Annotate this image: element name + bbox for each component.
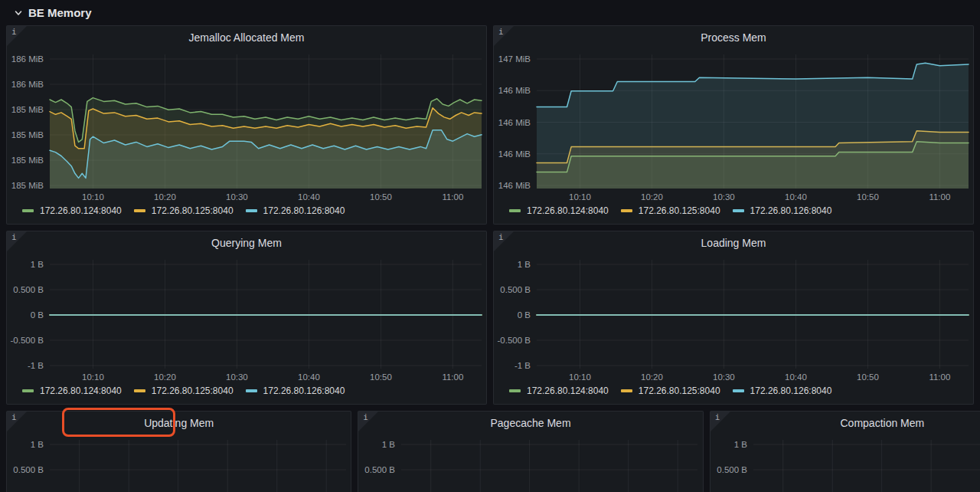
- svg-text:10:50: 10:50: [370, 372, 392, 382]
- legend-item-172.26.80.125:8040[interactable]: 172.26.80.125:8040: [621, 385, 720, 396]
- svg-text:0.500 B: 0.500 B: [500, 285, 531, 294]
- svg-text:10:30: 10:30: [226, 372, 248, 382]
- section-row-header[interactable]: BE Memory: [6, 0, 974, 25]
- info-glyph: i: [715, 412, 720, 422]
- legend-label: 172.26.80.125:8040: [152, 205, 234, 216]
- legend-swatch-yellow: [134, 209, 145, 212]
- legend-item-172.26.80.125:8040[interactable]: 172.26.80.125:8040: [134, 385, 234, 396]
- svg-text:147 MiB: 147 MiB: [498, 54, 531, 64]
- svg-text:10:40: 10:40: [298, 372, 320, 382]
- legend-querying-mem: 172.26.80.124:8040172.26.80.125:8040172.…: [7, 384, 486, 404]
- chart-querying-mem[interactable]: 1 B0.500 B0 B-0.500 B-1 B10:1010:2010:30…: [7, 252, 486, 384]
- info-glyph: i: [363, 412, 368, 422]
- info-glyph: i: [498, 232, 504, 242]
- svg-text:146 MiB: 146 MiB: [498, 181, 531, 190]
- panel-info-icon[interactable]: i: [7, 412, 27, 431]
- legend-swatch-green: [509, 209, 521, 212]
- legend-label: 172.26.80.126:8040: [263, 205, 345, 216]
- svg-text:10:20: 10:20: [641, 372, 663, 382]
- info-glyph: i: [11, 27, 17, 37]
- panel-title-loading-mem[interactable]: Loading Mem: [494, 231, 973, 252]
- svg-text:0 B: 0 B: [31, 310, 44, 320]
- panel-title-querying-mem[interactable]: Querying Mem: [7, 231, 486, 252]
- panel-info-icon[interactable]: i: [7, 231, 27, 251]
- panel-title-pagecache-mem[interactable]: Pagecache Mem: [358, 412, 702, 432]
- panel-info-icon[interactable]: i: [494, 231, 514, 251]
- svg-text:185 MiB: 185 MiB: [11, 181, 44, 190]
- svg-text:10:30: 10:30: [713, 372, 735, 382]
- legend-jemalloc-allocated-mem: 172.26.80.124:8040172.26.80.125:8040172.…: [7, 204, 486, 224]
- svg-text:10:50: 10:50: [370, 192, 392, 202]
- legend-swatch-green: [22, 209, 34, 212]
- svg-text:10:10: 10:10: [82, 192, 104, 202]
- info-glyph: i: [11, 232, 17, 242]
- chart-area-jemalloc-allocated-mem: 186 MiB186 MiB185 MiB185 MiB185 MiB185 M…: [7, 47, 486, 204]
- svg-text:-0.500 B: -0.500 B: [11, 336, 44, 345]
- legend-item-172.26.80.125:8040[interactable]: 172.26.80.125:8040: [621, 205, 720, 216]
- svg-text:1 B: 1 B: [31, 260, 44, 269]
- svg-text:185 MiB: 185 MiB: [11, 105, 44, 114]
- legend-loading-mem: 172.26.80.124:8040172.26.80.125:8040172.…: [494, 384, 973, 404]
- svg-text:0.500 B: 0.500 B: [717, 465, 747, 474]
- panel-info-icon[interactable]: i: [358, 412, 378, 431]
- row-1: iJemalloc Allocated Mem186 MiB186 MiB185…: [6, 25, 974, 225]
- svg-text:1 B: 1 B: [31, 440, 44, 449]
- svg-text:0.500 B: 0.500 B: [365, 465, 396, 474]
- legend-item-172.26.80.126:8040[interactable]: 172.26.80.126:8040: [733, 385, 832, 396]
- chart-area-process-mem: 147 MiB146 MiB146 MiB146 MiB146 MiB10:10…: [494, 47, 973, 204]
- chart-jemalloc-allocated-mem[interactable]: 186 MiB186 MiB185 MiB185 MiB185 MiB185 M…: [7, 47, 486, 204]
- panel-loading-mem: iLoading Mem1 B0.500 B0 B-0.500 B-1 B10:…: [493, 231, 974, 405]
- svg-text:146 MiB: 146 MiB: [498, 118, 531, 127]
- chevron-down-icon: [14, 8, 23, 18]
- svg-text:10:50: 10:50: [857, 372, 879, 382]
- legend-item-172.26.80.124:8040[interactable]: 172.26.80.124:8040: [22, 385, 122, 396]
- panel-title-process-mem[interactable]: Process Mem: [494, 26, 973, 47]
- legend-item-172.26.80.125:8040[interactable]: 172.26.80.125:8040: [134, 205, 234, 216]
- chart-area-loading-mem: 1 B0.500 B0 B-0.500 B-1 B10:1010:2010:30…: [494, 252, 973, 384]
- chart-pagecache-mem[interactable]: 1 B0.500 B0 B-0.500 B-1 B10:1010:2010:30…: [358, 432, 702, 492]
- panel-title-updating-mem[interactable]: Updating Mem: [7, 412, 351, 432]
- chart-area-updating-mem: 1 B0.500 B0 B-0.500 B-1 B10:1010:2010:30…: [7, 432, 351, 492]
- svg-text:10:20: 10:20: [154, 372, 176, 382]
- svg-text:-0.500 B: -0.500 B: [498, 336, 531, 345]
- legend-label: 172.26.80.126:8040: [750, 385, 832, 396]
- chart-area-querying-mem: 1 B0.500 B0 B-0.500 B-1 B10:1010:2010:30…: [7, 252, 486, 384]
- legend-swatch-green: [22, 389, 34, 392]
- legend-swatch-cyan: [246, 209, 257, 212]
- svg-text:10:10: 10:10: [569, 192, 591, 202]
- chart-compaction-mem[interactable]: 1 B0.500 B0 B-0.500 B-1 B10:1010:2010:30…: [710, 432, 980, 492]
- svg-text:10:20: 10:20: [641, 192, 663, 202]
- panel-info-icon[interactable]: i: [494, 26, 514, 46]
- legend-swatch-yellow: [134, 389, 145, 392]
- panel-pagecache-mem: iPagecache Mem1 B0.500 B0 B-0.500 B-1 B1…: [358, 411, 703, 492]
- legend-item-172.26.80.126:8040[interactable]: 172.26.80.126:8040: [733, 205, 832, 216]
- svg-text:146 MiB: 146 MiB: [498, 86, 531, 95]
- legend-item-172.26.80.126:8040[interactable]: 172.26.80.126:8040: [246, 205, 345, 216]
- panel-info-icon[interactable]: i: [7, 26, 27, 46]
- legend-item-172.26.80.124:8040[interactable]: 172.26.80.124:8040: [22, 205, 122, 216]
- legend-item-172.26.80.124:8040[interactable]: 172.26.80.124:8040: [509, 385, 609, 396]
- row-2: iQuerying Mem1 B0.500 B0 B-0.500 B-1 B10…: [6, 231, 974, 405]
- svg-text:0 B: 0 B: [518, 310, 531, 320]
- legend-item-172.26.80.124:8040[interactable]: 172.26.80.124:8040: [509, 205, 609, 216]
- svg-text:186 MiB: 186 MiB: [11, 80, 44, 89]
- chart-area-compaction-mem: 1 B0.500 B0 B-0.500 B-1 B10:1010:2010:30…: [710, 432, 980, 492]
- panel-title-jemalloc-allocated-mem[interactable]: Jemalloc Allocated Mem: [7, 26, 486, 47]
- panel-info-icon[interactable]: i: [710, 412, 730, 431]
- chart-loading-mem[interactable]: 1 B0.500 B0 B-0.500 B-1 B10:1010:2010:30…: [494, 252, 973, 384]
- chart-area-pagecache-mem: 1 B0.500 B0 B-0.500 B-1 B10:1010:2010:30…: [358, 432, 702, 492]
- legend-label: 172.26.80.125:8040: [152, 385, 234, 396]
- panel-title-compaction-mem[interactable]: Compaction Mem: [710, 412, 980, 432]
- svg-text:0.500 B: 0.500 B: [13, 285, 44, 294]
- svg-text:10:10: 10:10: [82, 372, 104, 382]
- chart-updating-mem[interactable]: 1 B0.500 B0 B-0.500 B-1 B10:1010:2010:30…: [7, 432, 351, 492]
- row-3: iUpdating Mem1 B0.500 B0 B-0.500 B-1 B10…: [6, 411, 974, 492]
- chart-process-mem[interactable]: 147 MiB146 MiB146 MiB146 MiB146 MiB10:10…: [494, 47, 973, 204]
- panel-process-mem: iProcess Mem147 MiB146 MiB146 MiB146 MiB…: [493, 25, 974, 225]
- svg-text:146 MiB: 146 MiB: [498, 149, 531, 159]
- panel-jemalloc-allocated-mem: iJemalloc Allocated Mem186 MiB186 MiB185…: [6, 25, 487, 225]
- svg-text:10:40: 10:40: [785, 372, 807, 382]
- legend-label: 172.26.80.126:8040: [750, 205, 832, 216]
- legend-label: 172.26.80.126:8040: [263, 385, 345, 396]
- legend-item-172.26.80.126:8040[interactable]: 172.26.80.126:8040: [246, 385, 345, 396]
